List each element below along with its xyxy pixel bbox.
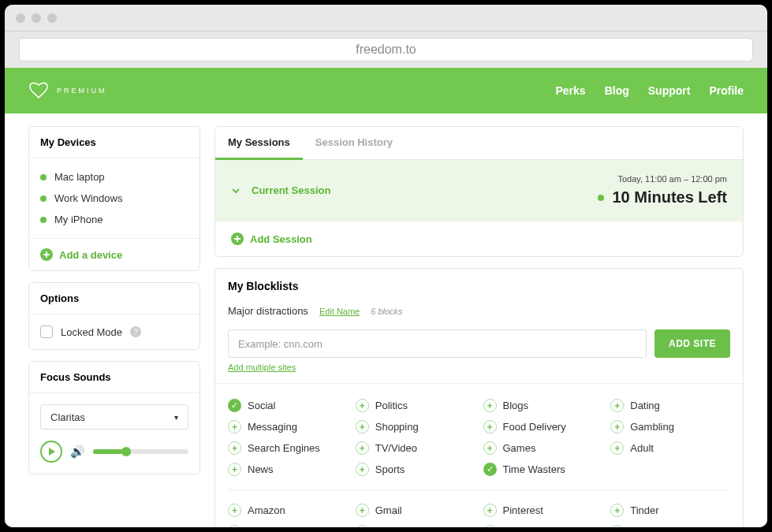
plus-icon: +	[356, 399, 369, 412]
edit-name-link[interactable]: Edit Name	[319, 307, 360, 316]
category-item[interactable]: +Instagram	[356, 523, 476, 527]
blocklist-name: Major distractions	[228, 305, 308, 317]
status-dot-icon	[598, 195, 604, 201]
add-session-button[interactable]: Add Session	[215, 221, 743, 256]
app-header: PREMIUM Perks Blog Support Profile	[5, 68, 767, 113]
status-dot-icon	[40, 174, 47, 180]
session-tabs: My Sessions Session History	[215, 127, 743, 160]
category-item[interactable]: ✓Social	[228, 396, 348, 415]
device-item[interactable]: My iPhone	[40, 209, 188, 230]
category-item[interactable]: +TV/Video	[356, 439, 476, 457]
nav-blog[interactable]: Blog	[605, 84, 629, 97]
category-item[interactable]: +Apple News	[228, 523, 348, 527]
category-item[interactable]: +Blogs	[483, 396, 603, 415]
plus-icon: +	[356, 525, 369, 527]
tab-my-sessions[interactable]: My Sessions	[215, 127, 303, 160]
plus-icon: +	[610, 399, 624, 412]
category-item[interactable]: +Adult	[610, 439, 730, 457]
plus-icon: +	[228, 525, 241, 527]
maximize-icon[interactable]	[47, 13, 57, 23]
site-url-input[interactable]: Example: cnn.com	[228, 329, 647, 358]
category-item[interactable]: +Shopping	[356, 418, 476, 436]
minimize-icon[interactable]	[32, 13, 41, 23]
close-icon[interactable]	[16, 13, 25, 23]
play-button[interactable]	[40, 441, 62, 463]
plus-icon: +	[483, 504, 497, 517]
plus-circle-icon	[40, 248, 53, 261]
check-icon: ✓	[483, 463, 497, 476]
add-multiple-link[interactable]: Add multiple sites	[215, 358, 743, 383]
sounds-title: Focus Sounds	[29, 362, 200, 393]
category-item[interactable]: +Reddit	[483, 523, 603, 527]
play-icon	[49, 448, 55, 456]
sites-grid: +Amazon+Gmail+Pinterest+Tinder+Apple New…	[228, 489, 730, 527]
current-session-row[interactable]: Current Session Today, 11:00 am – 12:00 …	[215, 160, 743, 221]
category-item[interactable]: +Amazon	[228, 501, 348, 519]
logo-text: PREMIUM	[57, 87, 107, 95]
add-device-button[interactable]: Add a device	[29, 238, 200, 270]
category-item[interactable]: +Gmail	[356, 501, 476, 519]
check-icon: ✓	[228, 399, 241, 412]
blocklists-title: My Blocklists	[228, 280, 730, 292]
plus-icon: +	[610, 441, 624, 455]
locked-mode-checkbox[interactable]	[40, 326, 53, 338]
plus-icon: +	[356, 504, 369, 517]
browser-window: freedom.to PREMIUM Perks Blog Support Pr…	[5, 5, 767, 527]
main-content: My Devices Mac laptop Work Windows My iP…	[5, 113, 767, 527]
chevron-down-icon	[231, 186, 241, 195]
plus-icon: +	[356, 463, 369, 476]
current-session-label: Current Session	[252, 184, 330, 196]
category-item[interactable]: +Tinder	[610, 501, 730, 519]
volume-slider[interactable]	[93, 449, 188, 454]
url-input[interactable]: freedom.to	[19, 38, 753, 61]
plus-icon: +	[483, 420, 497, 433]
blocklists-card: My Blocklists Major distractions Edit Na…	[214, 268, 744, 527]
block-count: 6 blocks	[371, 307, 402, 316]
category-item[interactable]: +Search Engines	[228, 439, 348, 457]
plus-icon: +	[483, 525, 497, 527]
category-item[interactable]: +Games	[483, 439, 603, 457]
chevron-down-icon: ▾	[174, 413, 178, 422]
plus-icon: +	[356, 441, 369, 455]
sidebar: My Devices Mac laptop Work Windows My iP…	[28, 126, 200, 515]
volume-icon[interactable]: 🔊	[70, 445, 85, 459]
plus-icon: +	[610, 525, 624, 527]
nav-support[interactable]: Support	[648, 84, 691, 97]
plus-icon: +	[483, 399, 497, 412]
category-item[interactable]: +Dating	[610, 396, 730, 415]
nav-perks[interactable]: Perks	[556, 84, 586, 97]
category-item[interactable]: +Tumblr	[610, 523, 730, 527]
category-item[interactable]: +Politics	[356, 396, 476, 415]
slider-thumb[interactable]	[121, 447, 131, 456]
status-dot-icon	[40, 217, 47, 223]
category-item[interactable]: +Sports	[356, 460, 476, 478]
plus-icon: +	[483, 441, 497, 455]
sound-select[interactable]: Claritas ▾	[40, 404, 188, 430]
locked-mode-label: Locked Mode	[61, 326, 122, 338]
logo[interactable]: PREMIUM	[28, 82, 107, 99]
options-card: Options Locked Mode ?	[28, 282, 200, 350]
nav-profile[interactable]: Profile	[709, 84, 744, 97]
category-item[interactable]: +Food Delivery	[483, 418, 603, 436]
category-item[interactable]: +Gambling	[610, 418, 730, 436]
category-item[interactable]: ✓Time Wasters	[483, 460, 603, 478]
devices-card: My Devices Mac laptop Work Windows My iP…	[28, 126, 200, 271]
tab-session-history[interactable]: Session History	[303, 127, 405, 159]
help-icon[interactable]: ?	[130, 326, 141, 337]
plus-icon: +	[610, 504, 624, 517]
url-bar-container: freedom.to	[5, 32, 767, 68]
plus-icon: +	[228, 420, 241, 433]
add-site-button[interactable]: ADD SITE	[655, 329, 730, 358]
device-item[interactable]: Mac laptop	[40, 166, 188, 188]
plus-icon: +	[356, 420, 369, 433]
categories-grid: ✓Social+Politics+Blogs+Dating+Messaging+…	[228, 390, 730, 485]
session-remaining: 10 Minutes Left	[598, 188, 727, 206]
audio-player: 🔊	[40, 441, 188, 463]
devices-title: My Devices	[29, 127, 200, 158]
category-item[interactable]: +Messaging	[228, 418, 348, 436]
plus-icon: +	[610, 420, 624, 433]
category-item[interactable]: +Pinterest	[483, 501, 603, 519]
device-item[interactable]: Work Windows	[40, 188, 188, 209]
plus-icon: +	[228, 441, 241, 455]
category-item[interactable]: +News	[228, 460, 348, 478]
